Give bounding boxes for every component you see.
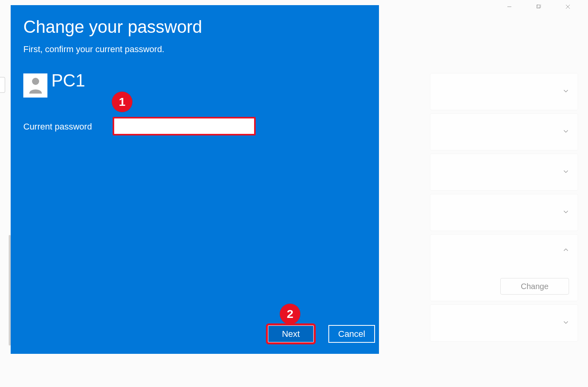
annotation-badge-2-text: 2 bbox=[287, 307, 294, 321]
current-password-field-wrap bbox=[113, 117, 256, 135]
current-password-label: Current password bbox=[23, 122, 92, 132]
svg-point-5 bbox=[32, 78, 39, 85]
dialog-title: Change your password bbox=[23, 17, 202, 37]
account-username: PC1 bbox=[51, 71, 85, 90]
dialog-subtitle: First, confirm your current password. bbox=[23, 44, 164, 54]
next-button-label: Next bbox=[282, 329, 300, 339]
annotation-badge-1-text: 1 bbox=[119, 95, 126, 109]
dialog-button-row: Next Cancel bbox=[268, 325, 375, 343]
annotation-badge-1: 1 bbox=[112, 92, 132, 112]
cancel-button[interactable]: Cancel bbox=[328, 325, 375, 343]
user-icon bbox=[28, 76, 43, 95]
annotation-badge-2: 2 bbox=[280, 304, 300, 324]
next-button[interactable]: Next bbox=[268, 325, 314, 343]
current-password-input[interactable] bbox=[113, 117, 256, 135]
avatar bbox=[23, 73, 47, 98]
cancel-button-label: Cancel bbox=[338, 329, 365, 339]
change-password-dialog: Change your password First, confirm your… bbox=[11, 5, 379, 354]
